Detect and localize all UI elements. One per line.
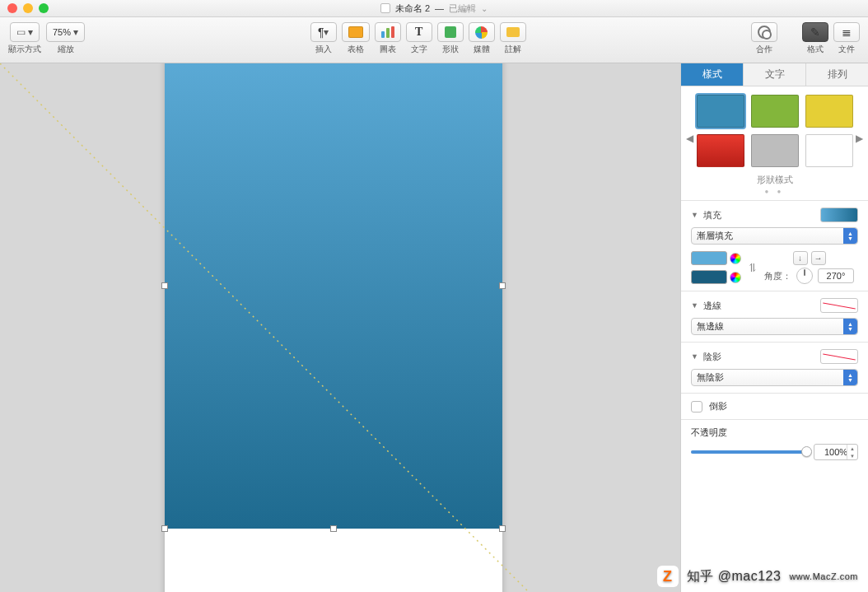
watermark-en: www.MacZ.com xyxy=(789,571,858,581)
zoom-button[interactable]: 75% ▾ 縮放 xyxy=(46,22,85,55)
resize-handle-bottom-right[interactable] xyxy=(499,525,506,532)
document-label: 文件 xyxy=(838,44,855,55)
reflection-section: 倒影 xyxy=(681,393,868,419)
border-type-value: 無邊線 xyxy=(697,320,724,333)
document-icon xyxy=(380,3,390,13)
table-icon xyxy=(348,26,363,38)
shape-button[interactable]: 形狀 xyxy=(437,22,464,55)
disclosure-triangle-icon[interactable]: ▼ xyxy=(691,211,698,219)
media-label: 媒體 xyxy=(474,44,490,55)
pilcrow-icon: ¶ xyxy=(318,26,324,39)
preset-prev-button[interactable]: ◀ xyxy=(683,129,697,147)
selected-shape[interactable] xyxy=(165,63,502,529)
table-button[interactable]: 表格 xyxy=(342,22,370,55)
gradient-radial-button[interactable]: → xyxy=(811,251,826,265)
watermark-zh: 知乎 @mac123 xyxy=(687,568,782,585)
fill-type-value: 漸層填充 xyxy=(697,230,733,242)
media-icon xyxy=(475,26,488,39)
opacity-slider[interactable] xyxy=(691,450,807,454)
toolbar: ▭ ▾ 顯示方式 75% ▾ 縮放 ¶▾ 插入 表格 圖表 T 文字 形狀 xyxy=(0,17,868,63)
document-inspector-button[interactable]: ≣ 文件 xyxy=(833,22,860,55)
view-mode-label: 顯示方式 xyxy=(8,44,41,55)
shape-icon xyxy=(445,26,456,38)
fill-type-select[interactable]: 漸層填充 ▲▼ xyxy=(691,227,858,245)
zoom-value: 75% xyxy=(53,27,71,37)
collaborate-label: 合作 xyxy=(756,44,772,55)
color-wheel-icon[interactable] xyxy=(730,272,741,283)
opacity-value: 100% xyxy=(824,447,847,457)
zoom-label: 縮放 xyxy=(58,44,74,55)
border-preview-chip[interactable] xyxy=(820,298,858,313)
tab-style[interactable]: 樣式 xyxy=(681,63,744,86)
color-wheel-icon[interactable] xyxy=(730,253,741,264)
preset-swatch-grey[interactable] xyxy=(751,134,799,167)
comment-button[interactable]: 註解 xyxy=(500,22,526,55)
resize-handle-bottom-left[interactable] xyxy=(161,525,168,532)
window-titlebar: 未命名 2 — 已編輯 ⌄ xyxy=(0,0,868,17)
text-button[interactable]: T 文字 xyxy=(406,22,432,55)
resize-handle-middle-left[interactable] xyxy=(161,282,168,289)
document-status: 已編輯 xyxy=(449,2,476,15)
resize-handle-middle-right[interactable] xyxy=(499,282,506,289)
gradient-end-color[interactable] xyxy=(691,270,727,284)
fill-title: 填充 xyxy=(703,209,815,221)
insert-label: 插入 xyxy=(315,44,332,55)
chart-label: 圖表 xyxy=(380,44,396,55)
media-button[interactable]: 媒體 xyxy=(469,22,495,55)
preset-swatch-red[interactable] xyxy=(697,134,744,167)
preset-next-button[interactable]: ▶ xyxy=(852,129,866,147)
preset-swatch-yellow[interactable] xyxy=(805,95,853,128)
shape-style-presets: ◀ ▶ 形狀樣式 ● ● xyxy=(681,86,868,200)
gradient-start-color[interactable] xyxy=(691,251,727,265)
document-icon: ≣ xyxy=(842,26,852,39)
reflection-label: 倒影 xyxy=(709,400,727,413)
opacity-section: 不透明度 100% ▲▼ xyxy=(681,419,868,467)
chart-button[interactable]: 圖表 xyxy=(375,22,401,55)
chart-icon xyxy=(381,26,394,38)
disclosure-triangle-icon[interactable]: ▼ xyxy=(691,352,698,361)
document-page[interactable] xyxy=(165,63,502,592)
angle-dial[interactable] xyxy=(796,268,813,284)
collaborate-icon xyxy=(758,26,771,39)
text-label: 文字 xyxy=(411,44,427,55)
insert-button[interactable]: ¶▾ 插入 xyxy=(310,22,337,55)
shadow-type-select[interactable]: 無陰影 ▲▼ xyxy=(691,369,858,386)
opacity-stepper[interactable]: ▲▼ xyxy=(847,445,857,459)
canvas-workspace[interactable] xyxy=(0,63,680,592)
border-type-select[interactable]: 無邊線 ▲▼ xyxy=(691,318,858,335)
shape-styles-label: 形狀樣式 xyxy=(684,174,865,186)
shadow-preview-chip[interactable] xyxy=(820,349,858,364)
tab-arrange[interactable]: 排列 xyxy=(806,63,868,86)
resize-handle-bottom-middle[interactable] xyxy=(330,525,337,532)
zhihu-logo-icon: Z xyxy=(657,566,679,587)
preset-swatch-white[interactable] xyxy=(805,134,853,167)
format-inspector: 樣式 文字 排列 ◀ ▶ 形狀樣式 ● ● ▼ 填充 漸層填充 ▲▼ xyxy=(680,63,868,592)
collaborate-button[interactable]: 合作 xyxy=(751,22,777,55)
shadow-type-value: 無陰影 xyxy=(697,371,724,384)
tab-text[interactable]: 文字 xyxy=(744,63,806,86)
border-title: 邊線 xyxy=(703,300,815,312)
opacity-input[interactable]: 100% ▲▼ xyxy=(814,444,858,460)
shape-label: 形狀 xyxy=(442,44,459,55)
reflection-checkbox[interactable] xyxy=(691,401,702,413)
view-mode-button[interactable]: ▭ ▾ 顯示方式 xyxy=(8,22,41,55)
select-arrows-icon: ▲▼ xyxy=(843,228,857,244)
angle-label: 角度： xyxy=(764,270,791,282)
watermark: Z 知乎 @mac123 www.MacZ.com xyxy=(657,566,858,587)
angle-input[interactable] xyxy=(818,268,854,283)
gradient-linear-button[interactable]: ↓ xyxy=(793,251,808,265)
disclosure-triangle-icon[interactable]: ▼ xyxy=(691,301,698,310)
format-inspector-button[interactable]: ✎ 格式 xyxy=(802,22,828,55)
comment-icon xyxy=(506,27,520,37)
chevron-down-icon[interactable]: ⌄ xyxy=(481,4,488,13)
inspector-tabs: 樣式 文字 排列 xyxy=(681,63,868,86)
page-dots-icon: ● ● xyxy=(684,188,865,195)
preset-swatch-green[interactable] xyxy=(751,95,799,128)
window-title: 未命名 2 — 已編輯 ⌄ xyxy=(0,2,868,15)
text-icon: T xyxy=(415,26,422,39)
opacity-label: 不透明度 xyxy=(691,427,858,439)
fill-section: ▼ 填充 漸層填充 ▲▼ ⥮ ↓ → xyxy=(681,200,868,291)
preset-swatch-blue[interactable] xyxy=(697,95,744,128)
fill-preview-chip[interactable] xyxy=(820,207,858,222)
swap-colors-button[interactable]: ⥮ xyxy=(748,261,758,274)
